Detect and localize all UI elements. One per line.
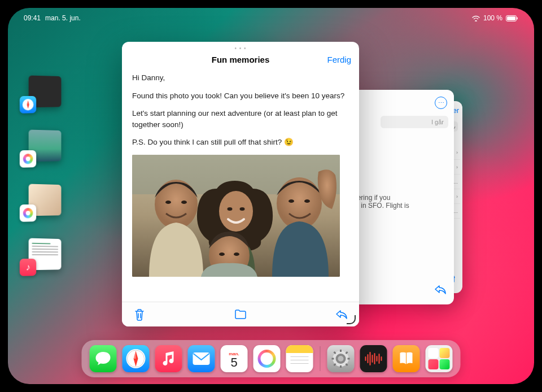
more-icon[interactable]: ⋯ bbox=[435, 97, 447, 109]
battery-percent: 100 % bbox=[483, 14, 502, 22]
battery-icon bbox=[506, 15, 518, 21]
stage-manager-strip: ♪ bbox=[18, 76, 69, 277]
dock-mail[interactable] bbox=[188, 345, 215, 372]
svg-point-9 bbox=[155, 180, 198, 229]
dock-voice-memos[interactable] bbox=[360, 345, 387, 372]
message-snippet: m in SFO. Flight is bbox=[353, 202, 447, 210]
dock-notes[interactable] bbox=[286, 345, 313, 372]
svg-point-17 bbox=[240, 207, 245, 211]
svg-line-33 bbox=[334, 352, 336, 354]
dock-divider bbox=[320, 346, 321, 371]
stage-item-safari[interactable] bbox=[19, 75, 58, 115]
trash-icon[interactable] bbox=[133, 308, 146, 321]
mail-title: Fun memories bbox=[129, 55, 352, 64]
photos-icon bbox=[20, 150, 36, 168]
dock-settings[interactable] bbox=[327, 345, 355, 372]
wifi-icon bbox=[472, 15, 480, 21]
svg-point-16 bbox=[228, 207, 233, 211]
bg-timestamp: I går bbox=[381, 116, 448, 128]
resize-handle-icon[interactable] bbox=[346, 314, 356, 324]
photos-icon bbox=[20, 204, 36, 222]
reply-icon[interactable] bbox=[435, 285, 446, 297]
svg-point-20 bbox=[234, 252, 239, 256]
svg-point-19 bbox=[219, 252, 225, 256]
svg-line-35 bbox=[334, 364, 336, 365]
svg-line-34 bbox=[346, 364, 348, 365]
done-button[interactable]: Ferdig bbox=[327, 55, 351, 64]
dock-calendar[interactable]: man. 5 bbox=[221, 345, 248, 372]
dock-messages[interactable] bbox=[90, 345, 117, 372]
svg-point-11 bbox=[181, 201, 187, 204]
mail-line: P.S. Do you think I can still pull off t… bbox=[132, 137, 349, 148]
svg-point-28 bbox=[338, 356, 344, 361]
music-icon: ♪ bbox=[20, 259, 36, 276]
stage-item-music[interactable]: ♪ bbox=[19, 238, 58, 277]
safari-icon bbox=[20, 96, 36, 114]
mail-body[interactable]: Hi Danny, Found this photo you took! Can… bbox=[122, 70, 359, 302]
folder-icon[interactable] bbox=[234, 308, 247, 321]
dock-photos[interactable] bbox=[253, 345, 281, 372]
dock: man. 5 bbox=[82, 340, 461, 377]
svg-point-13 bbox=[289, 199, 294, 203]
calendar-day: 5 bbox=[230, 356, 237, 369]
svg-point-15 bbox=[219, 191, 253, 232]
mail-line: Let's start planning our next adventure … bbox=[132, 108, 349, 130]
status-bar: 09:41 man. 5. jun. 100 % bbox=[8, 12, 534, 24]
screen: 09:41 man. 5. jun. 100 % bbox=[8, 8, 534, 384]
status-date: man. 5. jun. bbox=[45, 14, 81, 22]
mail-line: Found this photo you took! Can you belie… bbox=[132, 90, 349, 102]
message-snippet: dering if you bbox=[353, 194, 447, 202]
mail-header: Fun memories Ferdig bbox=[122, 51, 359, 70]
status-time: 09:41 bbox=[24, 14, 41, 22]
mail-greeting: Hi Danny, bbox=[132, 72, 349, 84]
mail-attached-photo[interactable] bbox=[132, 155, 340, 277]
window-grabber-icon[interactable]: • • • bbox=[234, 45, 246, 51]
svg-point-10 bbox=[165, 201, 171, 204]
svg-line-36 bbox=[346, 352, 348, 354]
svg-rect-1 bbox=[507, 16, 515, 20]
svg-rect-25 bbox=[193, 352, 210, 365]
dock-app-library[interactable] bbox=[426, 345, 453, 372]
ipad-frame: 09:41 man. 5. jun. 100 % bbox=[0, 0, 542, 392]
wink-emoji-icon: 😉 bbox=[284, 138, 294, 146]
mail-window[interactable]: • • • Fun memories Ferdig Hi Danny, Foun… bbox=[122, 42, 359, 326]
svg-rect-2 bbox=[517, 17, 518, 19]
dock-books[interactable] bbox=[393, 345, 420, 372]
stage-item-photos[interactable] bbox=[19, 129, 58, 169]
mail-toolbar bbox=[122, 302, 359, 326]
dock-safari[interactable] bbox=[123, 345, 150, 372]
svg-point-14 bbox=[304, 199, 310, 203]
stage-item-photo-viewer[interactable] bbox=[19, 184, 58, 223]
svg-marker-4 bbox=[27, 101, 28, 104]
bg-window-message[interactable]: ⋯ I går dering if you m in SFO. Flight i… bbox=[347, 90, 454, 304]
dock-music[interactable] bbox=[155, 345, 182, 372]
